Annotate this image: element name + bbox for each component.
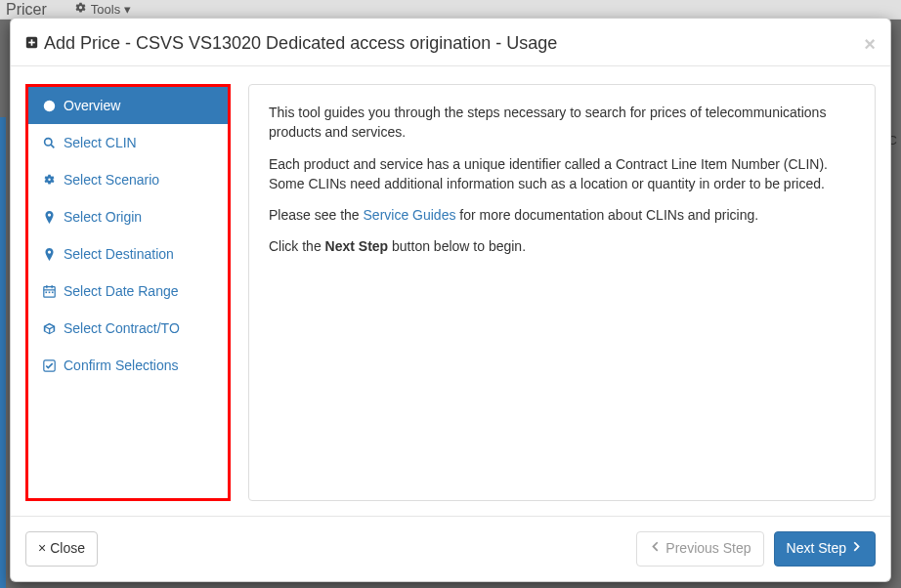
svg-rect-5: [48, 103, 50, 105]
wizard-step-label: Select Destination: [64, 246, 174, 262]
p4-post: button below to begin.: [388, 238, 526, 254]
modal-header: Add Price - CSVS VS13020 Dedicated acces…: [11, 19, 890, 66]
background-left-strip: [0, 117, 6, 588]
next-step-label: Next Step: [787, 539, 846, 559]
svg-rect-12: [45, 291, 47, 293]
wizard-step-label: Select Origin: [64, 209, 142, 225]
wizard-step-select-clin[interactable]: Select CLIN: [28, 124, 228, 161]
wizard-step-label: Select CLIN: [64, 135, 137, 150]
modal-body: OverviewSelect CLINSelect ScenarioSelect…: [11, 66, 890, 516]
wizard-step-label: Select Contract/TO: [64, 320, 180, 336]
svg-point-6: [44, 138, 51, 145]
svg-line-7: [51, 145, 54, 147]
close-button-label: Close: [50, 539, 85, 559]
tools-label: Tools: [91, 2, 120, 17]
brand-label: Pricer: [6, 1, 47, 19]
wizard-step-confirm-selections[interactable]: Confirm Selections: [28, 347, 228, 384]
previous-step-label: Previous Step: [665, 539, 751, 559]
overview-paragraph-3: Please see the Service Guides for more d…: [269, 205, 855, 225]
pin-icon: [42, 248, 56, 261]
wizard-step-overview[interactable]: Overview: [28, 87, 228, 124]
wizard-step-select-date-range[interactable]: Select Date Range: [28, 273, 228, 310]
previous-step-button[interactable]: Previous Step: [636, 531, 763, 567]
caret-down-icon: ▾: [124, 2, 131, 17]
background-navbar: Pricer Tools ▾: [0, 0, 901, 20]
wizard-step-label: Select Scenario: [64, 172, 159, 188]
calendar-icon: [42, 285, 56, 298]
modal-title-text: Add Price - CSVS VS13020 Dedicated acces…: [44, 33, 557, 54]
pin-icon: [42, 211, 56, 224]
cube-icon: [42, 322, 56, 335]
add-price-modal: Add Price - CSVS VS13020 Dedicated acces…: [10, 18, 891, 582]
p4-pre: Click the: [269, 238, 325, 254]
wizard-step-label: Overview: [64, 98, 120, 113]
wizard-step-select-scenario[interactable]: Select Scenario: [28, 161, 228, 198]
svg-rect-10: [46, 285, 47, 288]
wizard-step-label: Select Date Range: [64, 283, 179, 299]
wizard-step-select-origin[interactable]: Select Origin: [28, 198, 228, 235]
search-icon: [42, 137, 56, 149]
overview-paragraph-2: Each product and service has a unique id…: [269, 154, 855, 194]
close-icon: ×: [38, 539, 46, 559]
svg-rect-4: [48, 105, 50, 108]
gears-icon: [74, 2, 87, 18]
p4-bold: Next Step: [325, 238, 389, 254]
wizard-step-label: Confirm Selections: [64, 357, 179, 373]
gears-icon: [42, 174, 56, 187]
modal-title: Add Price - CSVS VS13020 Dedicated acces…: [25, 33, 557, 54]
svg-rect-13: [48, 291, 50, 293]
p3-pre: Please see the: [269, 207, 364, 223]
next-step-button[interactable]: Next Step: [774, 531, 876, 567]
overview-panel: This tool guides you through the steps n…: [248, 84, 876, 501]
modal-footer: × Close Previous Step Next Step: [11, 516, 890, 581]
chevron-left-icon: [649, 539, 662, 559]
close-button[interactable]: × Close: [25, 531, 98, 567]
service-guides-link[interactable]: Service Guides: [364, 207, 456, 223]
modal-close-button[interactable]: ×: [864, 34, 876, 54]
chevron-right-icon: [850, 539, 863, 559]
plus-square-icon: [25, 33, 38, 54]
wizard-step-select-destination[interactable]: Select Destination: [28, 235, 228, 273]
wizard-step-select-contract-to[interactable]: Select Contract/TO: [28, 310, 228, 347]
wizard-nav: OverviewSelect CLINSelect ScenarioSelect…: [25, 84, 231, 501]
p3-post: for more documentation about CLINs and p…: [455, 207, 758, 223]
svg-rect-14: [51, 291, 53, 293]
svg-rect-2: [28, 42, 35, 44]
check-icon: [42, 359, 56, 372]
tools-dropdown[interactable]: Tools ▾: [74, 2, 131, 18]
overview-paragraph-1: This tool guides you through the steps n…: [269, 103, 855, 143]
overview-paragraph-4: Click the Next Step button below to begi…: [269, 236, 855, 256]
info-icon: [42, 100, 56, 112]
svg-rect-11: [51, 285, 52, 288]
